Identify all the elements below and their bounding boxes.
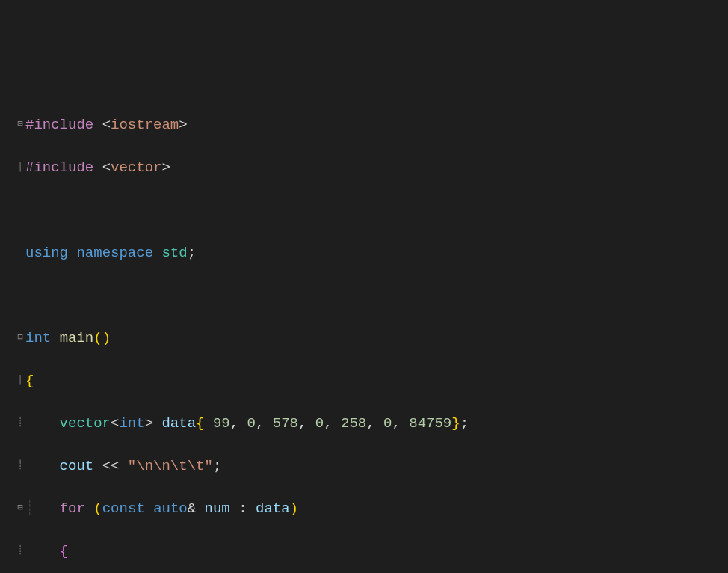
preprocessor-hash: #	[25, 117, 34, 133]
code-line[interactable]: using namespace std;	[15, 242, 728, 264]
fold-toggle-icon[interactable]: ⊟	[15, 331, 25, 344]
code-line[interactable]: ┊ cout << "\n\n\t\t";	[15, 456, 728, 477]
code-line[interactable]	[15, 285, 728, 307]
code-line[interactable]: │#include <vector>	[15, 157, 728, 179]
code-line[interactable]	[15, 200, 728, 221]
function-main: main	[60, 330, 94, 346]
code-line[interactable]: ⊟int main()	[15, 328, 728, 349]
code-editor[interactable]: ⊟#include <iostream> │#include <vector> …	[15, 93, 728, 573]
code-line[interactable]: │{	[15, 370, 728, 392]
header-name: vector	[111, 159, 161, 176]
code-line[interactable]: ┊ {	[15, 541, 728, 563]
variable-data: data	[161, 415, 196, 432]
fold-toggle-icon[interactable]: ⊟	[15, 501, 25, 515]
header-name: iostream	[111, 117, 179, 133]
code-line[interactable]: ┊ vector<int> data{ 99, 0, 578, 0, 258, …	[15, 413, 728, 435]
fold-toggle-icon[interactable]: ⊟	[15, 117, 25, 131]
code-line[interactable]: ⊟#include <iostream>	[15, 114, 728, 136]
fold-guide: │	[15, 160, 25, 174]
directive: include	[34, 117, 93, 133]
code-line[interactable]: ⊟┊ for (const auto& num : data)	[15, 498, 728, 520]
